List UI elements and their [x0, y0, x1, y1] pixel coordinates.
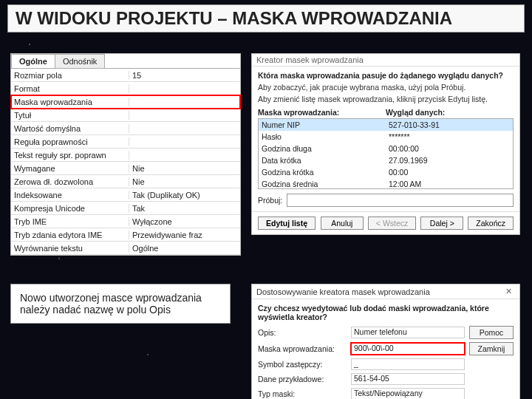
customize-title: Dostosowywanie kreatora masek wprowadzan…	[256, 287, 430, 296]
property-value[interactable]: Nie	[129, 177, 240, 186]
side-button[interactable]: Pomoc	[469, 326, 514, 339]
mask-list-item[interactable]: Godzina długa00:00:00	[259, 143, 513, 154]
try-input[interactable]	[287, 194, 514, 207]
property-row[interactable]: Wartość domyślna	[11, 122, 240, 135]
field-label: Opis:	[258, 328, 347, 337]
property-row[interactable]: Maska wprowadzania	[11, 95, 240, 109]
mask-sample: *******	[386, 132, 513, 141]
property-row[interactable]: Reguła poprawności	[11, 135, 240, 149]
mask-sample: 00:00	[386, 168, 513, 177]
property-value[interactable]: Przewidywanie fraz	[129, 231, 240, 239]
close-icon[interactable]: ✕	[502, 287, 515, 296]
mask-sample: 527-010-33-91	[386, 120, 513, 129]
property-key: Wyrównanie tekstu	[11, 244, 129, 253]
properties-tabs: Ogólne Odnośnik	[11, 54, 240, 69]
wizard-question: Która maska wprowadzania pasuje do żądan…	[252, 66, 519, 81]
mask-list-item[interactable]: Godzina średnia12:00 AM	[259, 178, 513, 189]
property-key: Wartość domyślna	[11, 124, 129, 133]
field-value[interactable]: Tekst/Niepowiązany	[351, 388, 465, 399]
col-look: Wygląd danych:	[386, 108, 514, 117]
mask-name: Numer NIP	[259, 120, 386, 129]
property-row[interactable]: WymaganeNie	[11, 162, 240, 175]
mask-sample: 27.09.1969	[386, 156, 513, 165]
mask-name: Data krótka	[259, 156, 386, 165]
property-key: Zerowa dł. dozwolona	[11, 177, 129, 186]
slide-title: W WIDOKU PROJEKTU – MASKA WPROWADZANIA	[7, 4, 525, 33]
customize-question: Czy chcesz wyedytować lub dodać maski wp…	[252, 299, 519, 324]
input-mask-wizard: Kreator masek wprowadzania Która maska w…	[251, 53, 520, 235]
property-row[interactable]: Tryb zdania edytora IMEPrzewidywanie fra…	[11, 228, 240, 242]
property-value[interactable]: Tak	[129, 204, 240, 213]
property-value[interactable]: Tak (Duplikaty OK)	[129, 191, 240, 200]
field-label: Typ maski:	[258, 389, 347, 398]
property-row[interactable]: Tryb IMEWyłączone	[11, 215, 240, 228]
mask-list-item[interactable]: Godzina krótka00:00	[259, 166, 513, 178]
back-button[interactable]: < Wstecz	[368, 216, 416, 230]
mask-list-item[interactable]: Numer NIP527-010-33-91	[259, 119, 513, 131]
customize-field-row: Maska wprowadzania:900\-00\-00Zamknij	[252, 341, 519, 357]
mask-name: Godzina średnia	[259, 180, 386, 188]
mask-list-item[interactable]: Data krótka27.09.1969	[259, 154, 513, 166]
tab-general[interactable]: Ogólne	[11, 54, 55, 68]
wizard-instruction-2: Aby zmienić listę masek wprowadzania, kl…	[252, 93, 519, 105]
property-key: Tryb zdania edytora IME	[11, 231, 129, 239]
property-key: Tryb IME	[11, 217, 129, 226]
property-key: Tekst reguły spr. poprawn	[11, 151, 129, 160]
customize-field-row: Symbol zastępczy:_	[252, 357, 519, 372]
customize-field-row: Typ maski:Tekst/Niepowiązany	[252, 386, 519, 399]
field-value[interactable]: 900\-00\-00	[351, 343, 465, 355]
property-key: Indeksowane	[11, 191, 129, 200]
property-key: Wymagane	[11, 164, 129, 173]
property-row[interactable]: Tytuł	[11, 109, 240, 122]
property-value[interactable]: Wyłączone	[129, 217, 240, 226]
try-label: Próbuj:	[258, 196, 282, 205]
property-key: Rozmiar pola	[11, 71, 129, 80]
customize-field-row: Opis:Numer telefonuPomoc	[252, 324, 519, 341]
note-text: Nowo utworzonej masce wprowadzania należ…	[10, 284, 231, 324]
next-button[interactable]: Dalej >	[420, 216, 463, 230]
mask-sample: 00:00:00	[386, 144, 513, 153]
property-value[interactable]: Nie	[129, 164, 240, 173]
property-key: Tytuł	[11, 111, 129, 120]
field-value[interactable]: Numer telefonu	[351, 327, 465, 338]
property-value[interactable]: 15	[129, 71, 240, 80]
property-row[interactable]: Tekst reguły spr. poprawn	[11, 149, 240, 162]
field-label: Maska wprowadzania:	[258, 344, 347, 353]
customize-field-row: Dane przykładowe:561-54-05	[252, 372, 519, 386]
field-properties-panel: Ogólne Odnośnik Rozmiar pola15FormatMask…	[10, 53, 241, 256]
field-value[interactable]: _	[351, 358, 465, 370]
property-row[interactable]: Format	[11, 82, 240, 95]
property-key: Format	[11, 84, 129, 93]
property-row[interactable]: Rozmiar pola15	[11, 69, 240, 82]
property-value[interactable]: Ogólne	[129, 244, 240, 253]
try-row: Próbuj:	[258, 194, 514, 207]
wizard-instruction-1: Aby zobaczyć, jak pracuje wybrana maska,…	[252, 81, 519, 93]
mask-name: Godzina długa	[259, 144, 386, 153]
wizard-list-headers: Maska wprowadzania: Wygląd danych:	[252, 105, 519, 117]
cancel-button[interactable]: Anuluj	[321, 216, 364, 230]
wizard-title: Kreator masek wprowadzania	[252, 54, 519, 66]
finish-button[interactable]: Zakończ	[468, 216, 514, 230]
col-mask: Maska wprowadzania:	[258, 108, 386, 117]
property-key: Kompresja Unicode	[11, 204, 129, 213]
field-label: Symbol zastępczy:	[258, 360, 347, 369]
mask-sample: 12:00 AM	[386, 180, 513, 188]
field-label: Dane przykładowe:	[258, 375, 347, 383]
property-row[interactable]: Zerowa dł. dozwolonaNie	[11, 175, 240, 188]
tab-lookup[interactable]: Odnośnik	[55, 54, 105, 68]
property-row[interactable]: Wyrównanie tekstuOgólne	[11, 242, 240, 255]
mask-list[interactable]: Numer NIP527-010-33-91Hasło*******Godzin…	[258, 118, 514, 189]
property-key: Reguła poprawności	[11, 137, 129, 146]
edit-list-button[interactable]: Edytuj listę	[258, 216, 316, 230]
wizard-buttons: Edytuj listę Anuluj < Wstecz Dalej > Zak…	[252, 211, 519, 234]
property-row[interactable]: Kompresja UnicodeTak	[11, 202, 240, 215]
mask-name: Hasło	[259, 132, 386, 141]
mask-list-item[interactable]: Hasło*******	[259, 131, 513, 143]
property-key: Maska wprowadzania	[11, 98, 129, 106]
side-button[interactable]: Zamknij	[469, 342, 514, 355]
property-row[interactable]: IndeksowaneTak (Duplikaty OK)	[11, 188, 240, 202]
customize-mask-dialog: Dostosowywanie kreatora masek wprowadzan…	[251, 284, 520, 399]
mask-name: Godzina krótka	[259, 168, 386, 177]
field-value[interactable]: 561-54-05	[351, 373, 465, 385]
